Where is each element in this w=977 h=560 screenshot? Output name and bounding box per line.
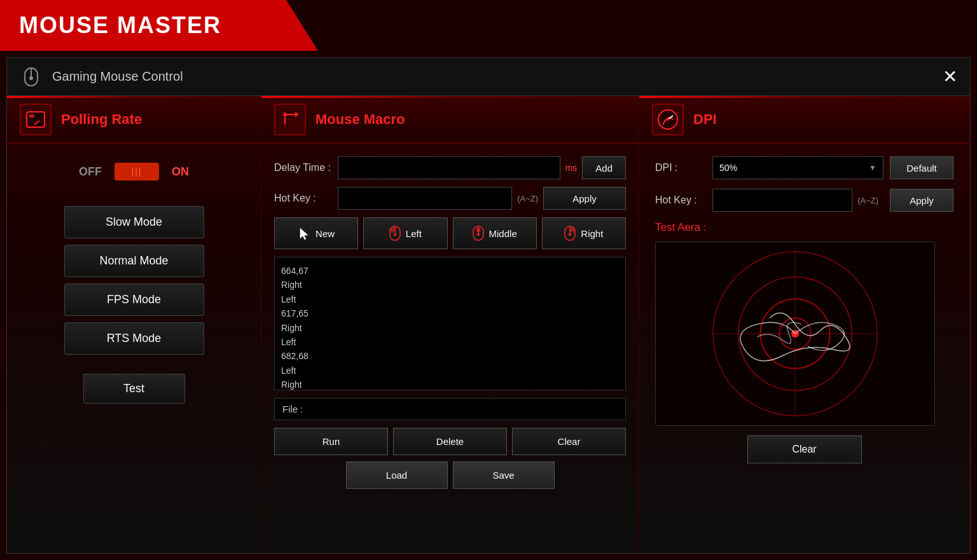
svg-point-24 xyxy=(667,118,669,121)
list-item: Right xyxy=(281,321,619,335)
toggle-on-label: ON xyxy=(172,165,189,179)
svg-point-2 xyxy=(29,76,33,80)
polling-rate-content: OFF ON Slow Mode Normal Mode FPS Mode RT… xyxy=(7,144,261,423)
macro-buttons-row: New Left xyxy=(274,217,626,249)
add-button[interactable]: Add xyxy=(582,156,626,179)
dpi-dropdown-arrow-icon: ▼ xyxy=(869,163,877,172)
list-item: Left xyxy=(281,335,619,349)
macro-apply-button[interactable]: Apply xyxy=(543,187,626,210)
mouse-macro-title: Mouse Macro xyxy=(315,111,405,128)
dpi-clear-button[interactable]: Clear xyxy=(747,435,862,463)
new-button[interactable]: New xyxy=(274,217,358,249)
list-item: Right xyxy=(281,278,619,292)
rts-mode-button[interactable]: RTS Mode xyxy=(64,322,204,355)
left-mouse-icon xyxy=(389,226,401,241)
dpi-hotkey-input[interactable] xyxy=(712,189,852,212)
dpi-current-value: 50% xyxy=(719,163,737,173)
polling-rate-icon xyxy=(20,104,52,135)
polling-rate-toggle[interactable] xyxy=(114,163,159,181)
svg-rect-4 xyxy=(29,114,34,118)
svg-rect-12 xyxy=(391,227,394,233)
dpi-apply-button[interactable]: Apply xyxy=(890,189,953,212)
dpi-panel: DPI DPI : 50% ▼ Default Hot Key : (A~Z) xyxy=(639,96,970,553)
list-item: Left xyxy=(281,364,619,378)
close-button[interactable]: ✕ xyxy=(943,66,957,87)
right-button[interactable]: Right xyxy=(542,217,626,249)
delay-unit: ms xyxy=(560,163,583,173)
load-button[interactable]: Load xyxy=(346,461,448,489)
mouse-macro-header: Mouse Macro xyxy=(261,96,639,144)
middle-mouse-icon xyxy=(473,226,484,241)
list-item: 664,67 xyxy=(281,264,619,278)
hotkey-row: Hot Key : (A~Z) Apply xyxy=(274,187,626,210)
header-banner: MOUSE MASTER xyxy=(0,0,318,51)
load-save-buttons: Load Save xyxy=(274,461,626,489)
dpi-label: DPI : xyxy=(655,162,712,174)
dpi-hotkey-range: (A~Z) xyxy=(852,196,883,205)
dpi-hotkey-label: Hot Key : xyxy=(655,195,712,206)
macro-content: Delay Time : ms Add Hot Key : (A~Z) Appl… xyxy=(261,144,639,502)
new-cursor-icon xyxy=(298,227,310,240)
dpi-default-button[interactable]: Default xyxy=(890,156,953,179)
test-area-canvas[interactable] xyxy=(655,242,935,426)
delay-time-input[interactable] xyxy=(338,156,560,179)
file-label: File : xyxy=(282,404,303,414)
normal-mode-button[interactable]: Normal Mode xyxy=(64,245,204,277)
hotkey-label: Hot Key : xyxy=(274,193,338,204)
svg-rect-16 xyxy=(476,228,480,233)
svg-point-21 xyxy=(569,233,571,236)
list-item: 682,68 xyxy=(281,349,619,363)
test-button[interactable]: Test xyxy=(83,374,185,404)
dpi-dropdown[interactable]: 50% ▼ xyxy=(712,156,883,179)
right-mouse-icon xyxy=(564,226,576,241)
toggle-row: OFF ON xyxy=(20,163,248,181)
list-item: 617,65 xyxy=(281,306,619,320)
panels-container: Polling Rate OFF ON Slow Mode Normal Mod… xyxy=(7,96,970,553)
test-area-label: Test Aera : xyxy=(655,221,953,234)
svg-marker-8 xyxy=(295,112,299,117)
mouse-icon xyxy=(20,65,43,88)
svg-marker-9 xyxy=(300,228,308,240)
polling-rate-title: Polling Rate xyxy=(61,111,142,128)
title-bar: Gaming Mouse Control ✕ xyxy=(7,58,970,96)
macro-list[interactable]: 664,67 Right Left 617,65 Right Left 682,… xyxy=(274,257,626,390)
mouse-macro-panel: Mouse Macro Delay Time : ms Add Hot Key … xyxy=(261,96,639,553)
dpi-hotkey-row: Hot Key : (A~Z) Apply xyxy=(655,189,953,212)
dpi-content: DPI : 50% ▼ Default Hot Key : (A~Z) Appl… xyxy=(639,144,969,476)
mouse-macro-icon xyxy=(274,104,306,135)
list-item: Left xyxy=(281,292,619,306)
hotkey-input[interactable] xyxy=(338,187,512,210)
toggle-off-label: OFF xyxy=(79,165,102,179)
dpi-title: DPI xyxy=(693,111,717,128)
window-title: Gaming Mouse Control xyxy=(52,69,183,84)
fps-mode-button[interactable]: FPS Mode xyxy=(64,283,204,316)
left-button[interactable]: Left xyxy=(363,217,447,249)
polling-rate-header: Polling Rate xyxy=(7,96,261,144)
hotkey-range: (A~Z) xyxy=(512,194,543,203)
svg-point-13 xyxy=(394,233,396,236)
list-item: Right xyxy=(281,378,619,390)
macro-clear-button[interactable]: Clear xyxy=(512,428,626,455)
slow-mode-button[interactable]: Slow Mode xyxy=(64,206,204,238)
dpi-value-row: DPI : 50% ▼ Default xyxy=(655,156,953,179)
svg-point-17 xyxy=(477,233,480,236)
dpi-header: DPI xyxy=(639,96,969,144)
middle-button[interactable]: Middle xyxy=(453,217,537,249)
main-window: Gaming Mouse Control ✕ Polling Rate OFF xyxy=(6,57,971,554)
svg-rect-3 xyxy=(27,112,45,127)
delay-time-row: Delay Time : ms Add xyxy=(274,156,626,179)
dpi-icon xyxy=(652,104,684,135)
delay-time-label: Delay Time : xyxy=(274,162,338,174)
action-buttons: Run Delete Clear xyxy=(274,428,626,455)
delete-button[interactable]: Delete xyxy=(393,428,507,455)
save-button[interactable]: Save xyxy=(453,461,555,489)
file-row: File : xyxy=(274,398,626,420)
app-title: MOUSE MASTER xyxy=(19,12,221,39)
svg-rect-20 xyxy=(571,227,574,233)
polling-rate-panel: Polling Rate OFF ON Slow Mode Normal Mod… xyxy=(7,96,261,553)
test-area-svg xyxy=(656,242,934,425)
run-button[interactable]: Run xyxy=(274,428,388,455)
